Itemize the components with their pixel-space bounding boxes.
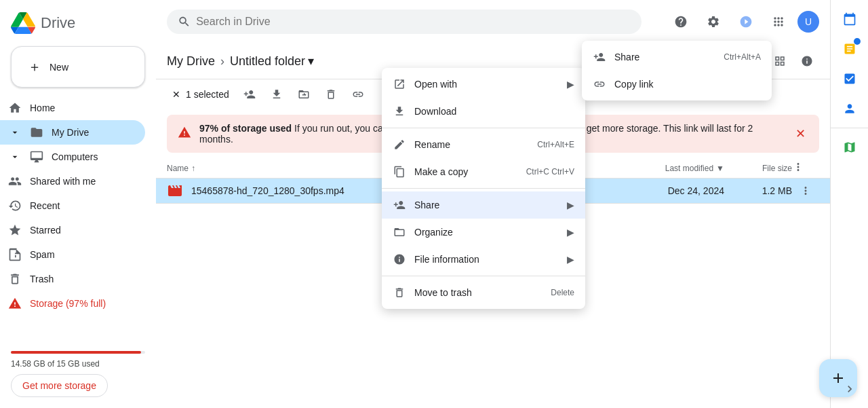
gemini-button[interactable]	[732, 8, 760, 35]
right-sidebar-collapse-button[interactable]	[836, 375, 863, 403]
sidebar-item-label: Storage (97% full)	[30, 298, 106, 309]
menu-divider	[382, 128, 585, 128]
link-button[interactable]	[346, 82, 370, 107]
nav-section: Home My Drive Computers Shared with m	[0, 96, 156, 316]
sidebar-item-computers[interactable]: Computers	[0, 145, 145, 169]
get-more-storage-button[interactable]: Get more storage	[11, 374, 108, 397]
context-menu: Open with ▶ Download Rename Ctrl+Alt+E M…	[382, 68, 585, 309]
app-title: Drive	[41, 14, 75, 32]
menu-label: Rename	[414, 139, 450, 150]
sidebar: Drive ＋ New Home My Drive	[0, 0, 156, 408]
notes-icon	[843, 42, 856, 56]
user-avatar[interactable]: U	[797, 11, 819, 33]
move-icon	[298, 88, 310, 100]
menu-item-download[interactable]: Download	[382, 98, 585, 125]
column-modified-header[interactable]: Last modified ▼	[602, 164, 724, 173]
notes-badge	[854, 38, 861, 45]
organize-icon	[393, 225, 406, 239]
computers-icon	[30, 150, 43, 164]
share-people-button[interactable]	[237, 82, 262, 107]
right-sidebar-tasks[interactable]	[836, 65, 863, 92]
file-info-arrow-icon: ▶	[567, 254, 574, 265]
sidebar-item-trash[interactable]: Trash	[0, 267, 145, 291]
share-shortcut: Ctrl+Alt+A	[724, 52, 761, 62]
move-button[interactable]	[292, 82, 316, 107]
right-sidebar-notes[interactable]	[836, 35, 863, 62]
sidebar-item-my-drive[interactable]: My Drive	[0, 120, 145, 145]
organize-arrow-icon: ▶	[567, 227, 574, 238]
column-size-header: File size	[724, 164, 792, 173]
warning-close-button[interactable]: ✕	[793, 124, 808, 144]
right-sidebar-calendar[interactable]	[836, 5, 863, 33]
menu-label: Move to trash	[414, 287, 472, 298]
help-button[interactable]	[667, 8, 694, 35]
sidebar-item-shared-with-me[interactable]: Shared with me	[0, 169, 145, 193]
home-icon	[8, 101, 22, 115]
info-button[interactable]	[795, 49, 819, 73]
search-bar[interactable]	[167, 10, 642, 34]
download-button[interactable]	[264, 82, 289, 107]
menu-item-file-information[interactable]: File information ▶	[382, 246, 585, 273]
add-button[interactable]	[819, 359, 830, 397]
menu-item-share[interactable]: Share ▶	[382, 191, 585, 219]
sidebar-item-storage[interactable]: Storage (97% full)	[0, 291, 145, 316]
menu-item-move-to-trash[interactable]: Move to trash Delete	[382, 279, 585, 306]
search-input[interactable]	[196, 16, 631, 28]
breadcrumb-root[interactable]: My Drive	[167, 54, 215, 69]
sidebar-item-label: Computers	[52, 151, 98, 162]
spam-icon	[8, 248, 22, 261]
share-submenu-label: Share	[614, 52, 639, 62]
share-submenu-item-copy-link[interactable]: Copy link	[582, 71, 772, 98]
storage-section: 14.58 GB of 15 GB used Get more storage	[0, 340, 156, 403]
sidebar-item-label: Spam	[30, 249, 55, 260]
right-sidebar-expand[interactable]	[836, 375, 863, 403]
sidebar-item-spam[interactable]: Spam	[0, 242, 145, 267]
menu-item-rename[interactable]: Rename Ctrl+Alt+E	[382, 131, 585, 158]
right-sidebar-maps[interactable]	[836, 134, 863, 161]
close-selection-button[interactable]: ✕ 1 selected	[167, 86, 235, 103]
menu-item-make-copy[interactable]: Make a copy Ctrl+C Ctrl+V	[382, 158, 585, 185]
share-submenu-item-share[interactable]: Share Ctrl+Alt+A	[582, 43, 772, 71]
search-icon	[178, 15, 191, 29]
selected-count: 1 selected	[186, 89, 229, 100]
move-to-trash-action-button[interactable]	[319, 82, 343, 107]
settings-button[interactable]	[700, 8, 727, 35]
help-icon	[674, 15, 688, 29]
share-arrow-icon: ▶	[567, 200, 574, 210]
download-icon	[271, 88, 283, 100]
storage-used-text: 14.58 GB of 15 GB used	[11, 359, 145, 369]
sidebar-item-starred[interactable]: Starred	[0, 218, 145, 242]
computers-expand-icon	[8, 150, 22, 164]
breadcrumb-separator: ›	[220, 54, 224, 69]
info-icon	[801, 55, 813, 67]
share-menu-icon	[393, 198, 406, 212]
app-logo[interactable]: Drive	[0, 5, 156, 46]
sidebar-item-label: Home	[30, 103, 55, 113]
sidebar-item-recent[interactable]: Recent	[0, 193, 145, 218]
menu-item-organize[interactable]: Organize ▶	[382, 219, 585, 246]
menu-label: Share	[414, 200, 439, 210]
tasks-icon	[843, 72, 856, 86]
share-submenu: Share Ctrl+Alt+A Copy link	[582, 41, 772, 100]
menu-label: Organize	[414, 227, 453, 238]
sidebar-item-home[interactable]: Home	[0, 96, 145, 120]
right-sidebar-divider	[831, 128, 868, 128]
file-more-button[interactable]	[792, 185, 819, 197]
apps-button[interactable]	[765, 8, 792, 35]
header-actions: U	[667, 8, 819, 35]
copy-link-icon	[593, 77, 606, 91]
grid-view-icon	[774, 55, 786, 67]
storage-warning-icon	[8, 297, 22, 310]
right-sidebar-contacts[interactable]	[836, 95, 863, 122]
menu-label: Open with	[414, 79, 457, 90]
file-size: 1.2 MB	[724, 185, 792, 196]
breadcrumb-current[interactable]: Untitled folder ▾	[230, 54, 314, 69]
my-drive-expand-icon	[8, 126, 22, 139]
apps-icon	[772, 15, 785, 29]
trash-menu-icon	[393, 286, 406, 299]
calendar-icon	[843, 12, 856, 26]
file-modified: Dec 24, 2024	[602, 185, 724, 196]
sidebar-item-label: Shared with me	[30, 176, 96, 187]
menu-item-open-with[interactable]: Open with ▶	[382, 71, 585, 98]
new-button[interactable]: ＋ New	[11, 46, 145, 88]
